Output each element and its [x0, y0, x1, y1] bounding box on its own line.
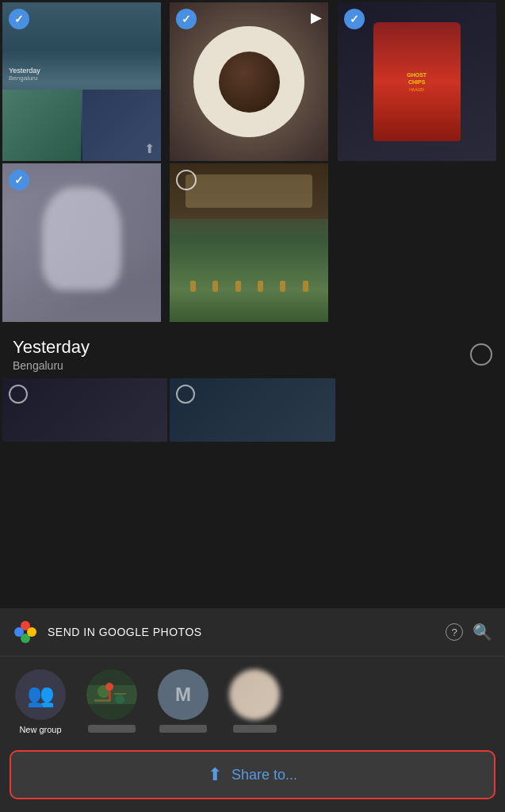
share-label: Share to...	[231, 767, 297, 783]
send-title: SEND IN GOOGLE PHOTOS	[48, 626, 436, 638]
contact-2[interactable]: M	[155, 669, 211, 734]
svg-rect-6	[94, 699, 110, 702]
photo-1-loc-label: Bengaluru	[9, 75, 40, 82]
contact-3[interactable]	[227, 669, 282, 734]
google-photos-logo	[13, 619, 38, 645]
contact-2-initial: M	[175, 684, 191, 706]
upload-icon: ⬆	[144, 141, 155, 156]
check-badge-2[interactable]: ✓	[176, 9, 197, 29]
section-subtitle: Bengaluru	[13, 359, 90, 372]
section-header: Yesterday Bengaluru	[0, 324, 505, 378]
svg-point-3	[115, 695, 124, 704]
check-badge-3[interactable]: ✓	[344, 9, 365, 29]
share-button[interactable]: ⬆ Share to...	[10, 750, 495, 799]
contact-1[interactable]	[84, 669, 140, 734]
new-group-label: New group	[19, 725, 61, 734]
search-icon[interactable]: 🔍	[472, 622, 492, 642]
contact-1-label	[88, 725, 136, 733]
contact-3-avatar[interactable]	[229, 669, 280, 720]
section-select-circle[interactable]	[470, 343, 492, 366]
photo-cell-empty	[338, 163, 496, 322]
partial-cell-3	[338, 378, 503, 442]
photo-cell-1[interactable]: Yesterday Bengaluru ⬆ ✓	[2, 2, 161, 161]
check-badge-1[interactable]: ✓	[9, 9, 29, 29]
check-badge-4[interactable]: ✓	[9, 170, 29, 190]
contact-3-label	[233, 725, 277, 733]
contact-new-group[interactable]: 👥 New group	[13, 669, 68, 734]
partial-row	[0, 378, 505, 442]
share-icon: ⬆	[208, 764, 222, 785]
partial-cell-2[interactable]	[170, 378, 335, 442]
help-icon[interactable]: ?	[446, 623, 463, 641]
new-group-icon: 👥	[27, 682, 55, 708]
photo-cell-5[interactable]	[170, 163, 328, 322]
photo-cell-2[interactable]: ✓ ▶	[170, 2, 328, 161]
section-title: Yesterday	[13, 337, 90, 358]
new-group-avatar[interactable]: 👥	[15, 669, 66, 720]
photo-cell-3[interactable]: GHOSTCHIPS HAAGBI ✓	[338, 2, 496, 161]
svg-point-5	[105, 683, 113, 691]
partial-select-2[interactable]	[176, 385, 195, 404]
contact-2-label	[159, 725, 207, 733]
contact-1-avatar[interactable]	[86, 669, 137, 720]
video-icon: ▶	[311, 9, 322, 26]
contact-2-avatar[interactable]: M	[158, 669, 209, 720]
send-header: SEND IN GOOGLE PHOTOS ? 🔍	[0, 608, 505, 657]
photo-grid-row1: Yesterday Bengaluru ⬆ ✓ ✓ ▶ GHOSTCHIPS H…	[0, 0, 505, 163]
svg-rect-7	[114, 693, 126, 695]
photo-1-date-label: Yesterday	[9, 67, 40, 75]
contacts-row: 👥 New group	[0, 657, 505, 747]
partial-select-1[interactable]	[9, 385, 28, 404]
bottom-sheet: SEND IN GOOGLE PHOTOS ? 🔍 👥 New group	[0, 608, 505, 812]
partial-cell-1[interactable]	[2, 378, 167, 442]
photo-grid-row2: ✓	[0, 163, 505, 324]
photo-cell-4[interactable]: ✓	[2, 163, 161, 322]
